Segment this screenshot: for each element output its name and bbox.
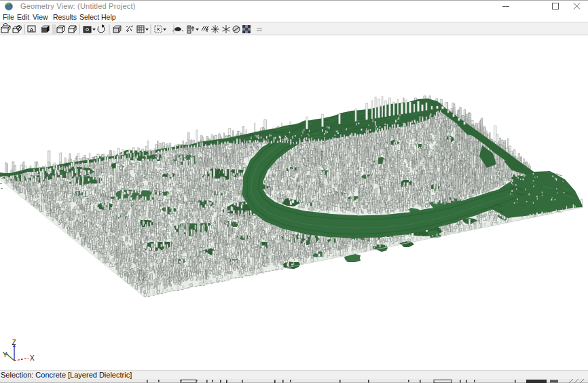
svg-text:X: X: [30, 354, 35, 362]
svg-text:Y: Y: [3, 351, 7, 359]
svg-text:Z: Z: [12, 339, 16, 346]
